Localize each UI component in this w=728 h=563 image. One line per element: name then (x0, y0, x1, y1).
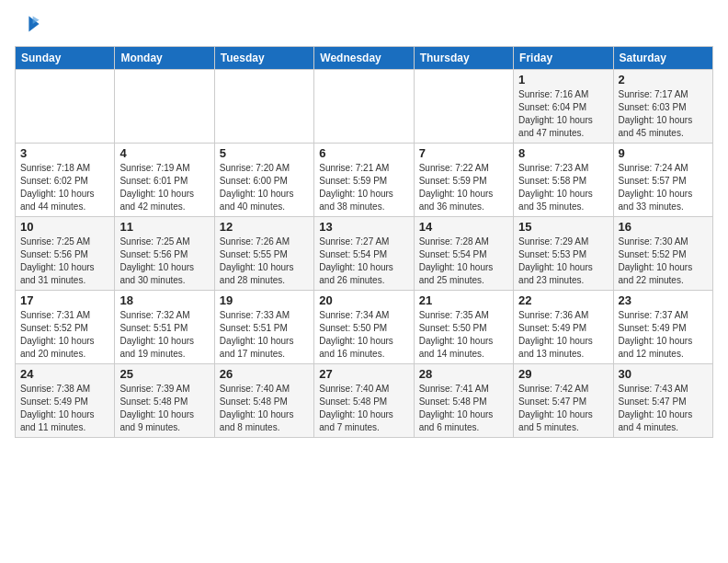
page: SundayMondayTuesdayWednesdayThursdayFrid… (0, 0, 728, 449)
calendar-cell: 6Sunrise: 7:21 AM Sunset: 5:59 PM Daylig… (314, 144, 414, 217)
logo-icon (15, 11, 40, 37)
week-row-3: 10Sunrise: 7:25 AM Sunset: 5:56 PM Dayli… (16, 217, 713, 291)
day-info: Sunrise: 7:42 AM Sunset: 5:47 PM Dayligh… (518, 383, 608, 434)
header (15, 11, 713, 37)
weekday-header-sunday: Sunday (16, 47, 115, 70)
day-number: 12 (220, 220, 309, 234)
week-row-1: 1Sunrise: 7:16 AM Sunset: 6:04 PM Daylig… (16, 70, 713, 144)
day-info: Sunrise: 7:25 AM Sunset: 5:56 PM Dayligh… (20, 236, 109, 287)
calendar-cell: 22Sunrise: 7:36 AM Sunset: 5:49 PM Dayli… (514, 291, 613, 364)
calendar-cell: 10Sunrise: 7:25 AM Sunset: 5:56 PM Dayli… (16, 217, 115, 291)
calendar-cell: 17Sunrise: 7:31 AM Sunset: 5:52 PM Dayli… (16, 291, 115, 364)
calendar-cell: 7Sunrise: 7:22 AM Sunset: 5:59 PM Daylig… (414, 144, 513, 217)
calendar-cell: 5Sunrise: 7:20 AM Sunset: 6:00 PM Daylig… (214, 144, 313, 217)
calendar-cell: 1Sunrise: 7:16 AM Sunset: 6:04 PM Daylig… (514, 70, 613, 144)
day-number: 27 (319, 367, 408, 381)
day-info: Sunrise: 7:24 AM Sunset: 5:57 PM Dayligh… (619, 162, 708, 213)
day-info: Sunrise: 7:32 AM Sunset: 5:51 PM Dayligh… (119, 309, 209, 361)
calendar-cell: 20Sunrise: 7:34 AM Sunset: 5:50 PM Dayli… (314, 291, 414, 364)
day-info: Sunrise: 7:35 AM Sunset: 5:50 PM Dayligh… (419, 309, 508, 361)
day-number: 13 (319, 220, 408, 234)
day-info: Sunrise: 7:22 AM Sunset: 5:59 PM Dayligh… (419, 162, 508, 213)
day-info: Sunrise: 7:27 AM Sunset: 5:54 PM Dayligh… (319, 236, 408, 287)
calendar-cell: 26Sunrise: 7:40 AM Sunset: 5:48 PM Dayli… (214, 364, 313, 438)
weekday-header-saturday: Saturday (613, 47, 712, 70)
calendar-cell: 9Sunrise: 7:24 AM Sunset: 5:57 PM Daylig… (613, 144, 712, 217)
day-number: 2 (619, 73, 708, 86)
calendar-cell: 15Sunrise: 7:29 AM Sunset: 5:53 PM Dayli… (514, 217, 613, 291)
calendar-cell: 29Sunrise: 7:42 AM Sunset: 5:47 PM Dayli… (514, 364, 613, 438)
day-info: Sunrise: 7:23 AM Sunset: 5:58 PM Dayligh… (518, 162, 608, 213)
day-number: 10 (20, 220, 109, 234)
day-number: 11 (119, 220, 209, 234)
day-number: 26 (220, 367, 309, 381)
day-number: 15 (518, 220, 608, 234)
calendar-cell (115, 70, 214, 144)
day-info: Sunrise: 7:33 AM Sunset: 5:51 PM Dayligh… (220, 309, 309, 361)
day-number: 8 (518, 146, 608, 160)
calendar-cell (314, 70, 414, 144)
day-info: Sunrise: 7:21 AM Sunset: 5:59 PM Dayligh… (319, 162, 408, 213)
week-row-5: 24Sunrise: 7:38 AM Sunset: 5:49 PM Dayli… (16, 364, 713, 438)
week-row-4: 17Sunrise: 7:31 AM Sunset: 5:52 PM Dayli… (16, 291, 713, 364)
calendar-cell: 2Sunrise: 7:17 AM Sunset: 6:03 PM Daylig… (613, 70, 712, 144)
day-info: Sunrise: 7:34 AM Sunset: 5:50 PM Dayligh… (319, 309, 408, 361)
day-number: 18 (119, 293, 209, 307)
day-number: 4 (119, 146, 209, 160)
calendar-cell: 25Sunrise: 7:39 AM Sunset: 5:48 PM Dayli… (115, 364, 214, 438)
day-number: 19 (220, 293, 309, 307)
day-number: 30 (619, 367, 708, 381)
day-number: 3 (20, 146, 109, 160)
calendar-cell: 3Sunrise: 7:18 AM Sunset: 6:02 PM Daylig… (16, 144, 115, 217)
day-info: Sunrise: 7:38 AM Sunset: 5:49 PM Dayligh… (20, 383, 109, 434)
day-number: 5 (220, 146, 309, 160)
weekday-header-friday: Friday (514, 47, 613, 70)
day-info: Sunrise: 7:40 AM Sunset: 5:48 PM Dayligh… (319, 383, 408, 434)
day-info: Sunrise: 7:18 AM Sunset: 6:02 PM Dayligh… (20, 162, 109, 213)
calendar-cell: 18Sunrise: 7:32 AM Sunset: 5:51 PM Dayli… (115, 291, 214, 364)
calendar-cell (16, 70, 115, 144)
day-info: Sunrise: 7:36 AM Sunset: 5:49 PM Dayligh… (518, 309, 608, 361)
calendar-cell: 21Sunrise: 7:35 AM Sunset: 5:50 PM Dayli… (414, 291, 513, 364)
day-number: 24 (20, 367, 109, 381)
calendar-cell: 24Sunrise: 7:38 AM Sunset: 5:49 PM Dayli… (16, 364, 115, 438)
calendar-cell: 16Sunrise: 7:30 AM Sunset: 5:52 PM Dayli… (613, 217, 712, 291)
calendar-cell: 19Sunrise: 7:33 AM Sunset: 5:51 PM Dayli… (214, 291, 313, 364)
day-info: Sunrise: 7:29 AM Sunset: 5:53 PM Dayligh… (518, 236, 608, 287)
day-info: Sunrise: 7:25 AM Sunset: 5:56 PM Dayligh… (119, 236, 209, 287)
day-number: 9 (619, 146, 708, 160)
day-number: 23 (619, 293, 708, 307)
weekday-header-wednesday: Wednesday (314, 47, 414, 70)
day-info: Sunrise: 7:17 AM Sunset: 6:03 PM Dayligh… (619, 88, 708, 140)
day-number: 25 (119, 367, 209, 381)
calendar-cell: 11Sunrise: 7:25 AM Sunset: 5:56 PM Dayli… (115, 217, 214, 291)
day-info: Sunrise: 7:19 AM Sunset: 6:01 PM Dayligh… (119, 162, 209, 213)
day-number: 28 (419, 367, 508, 381)
day-number: 17 (20, 293, 109, 307)
day-info: Sunrise: 7:31 AM Sunset: 5:52 PM Dayligh… (20, 309, 109, 361)
calendar-cell: 23Sunrise: 7:37 AM Sunset: 5:49 PM Dayli… (613, 291, 712, 364)
day-info: Sunrise: 7:40 AM Sunset: 5:48 PM Dayligh… (220, 383, 309, 434)
day-info: Sunrise: 7:43 AM Sunset: 5:47 PM Dayligh… (619, 383, 708, 434)
weekday-header-monday: Monday (115, 47, 214, 70)
calendar-cell: 4Sunrise: 7:19 AM Sunset: 6:01 PM Daylig… (115, 144, 214, 217)
day-number: 6 (319, 146, 408, 160)
day-info: Sunrise: 7:20 AM Sunset: 6:00 PM Dayligh… (220, 162, 309, 213)
calendar-cell: 13Sunrise: 7:27 AM Sunset: 5:54 PM Dayli… (314, 217, 414, 291)
day-number: 14 (419, 220, 508, 234)
weekday-header-tuesday: Tuesday (214, 47, 313, 70)
day-number: 16 (619, 220, 708, 234)
calendar: SundayMondayTuesdayWednesdayThursdayFrid… (15, 46, 713, 438)
logo (15, 11, 44, 37)
calendar-cell: 8Sunrise: 7:23 AM Sunset: 5:58 PM Daylig… (514, 144, 613, 217)
day-number: 1 (518, 73, 608, 86)
calendar-cell: 28Sunrise: 7:41 AM Sunset: 5:48 PM Dayli… (414, 364, 513, 438)
day-number: 7 (419, 146, 508, 160)
week-row-2: 3Sunrise: 7:18 AM Sunset: 6:02 PM Daylig… (16, 144, 713, 217)
day-info: Sunrise: 7:26 AM Sunset: 5:55 PM Dayligh… (220, 236, 309, 287)
day-info: Sunrise: 7:37 AM Sunset: 5:49 PM Dayligh… (619, 309, 708, 361)
calendar-cell (214, 70, 313, 144)
calendar-cell (414, 70, 513, 144)
day-info: Sunrise: 7:28 AM Sunset: 5:54 PM Dayligh… (419, 236, 508, 287)
day-number: 20 (319, 293, 408, 307)
